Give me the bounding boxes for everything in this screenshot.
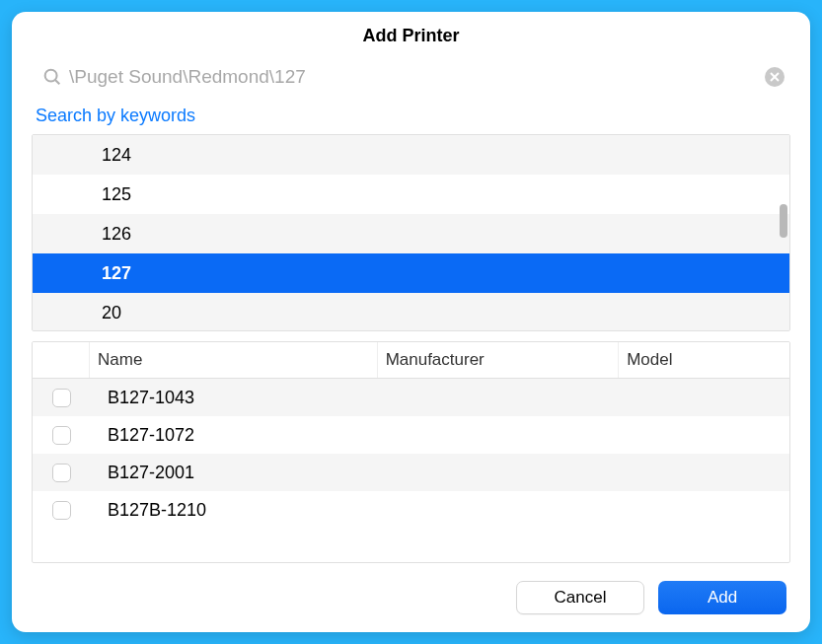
row-checkbox[interactable] [52,501,71,520]
search-input[interactable] [36,60,786,94]
location-item[interactable]: 125 [33,175,789,214]
search-by-keywords-link[interactable]: Search by keywords [12,102,810,134]
cancel-button[interactable]: Cancel [516,581,644,614]
add-printer-dialog: Add Printer Search by keywords 124 125 1… [12,12,810,632]
printer-name: B127-2001 [90,463,390,483]
location-list: 124 125 126 127 20 [32,134,790,331]
table-row[interactable]: B127-1072 [33,416,789,454]
table-header: Name Manufacturer Model [33,342,789,379]
row-checkbox[interactable] [52,389,71,407]
printer-table: Name Manufacturer Model B127-1043 B127-1… [32,341,790,563]
dialog-title: Add Printer [12,26,810,60]
column-manufacturer[interactable]: Manufacturer [378,342,620,378]
scrollbar-thumb[interactable] [780,204,787,238]
add-button[interactable]: Add [658,581,786,614]
column-model[interactable]: Model [619,342,789,378]
table-row[interactable]: B127-2001 [33,454,789,491]
location-item[interactable]: 124 [33,135,789,175]
row-checkbox[interactable] [52,464,71,482]
column-name[interactable]: Name [90,342,378,378]
printer-name: B127B-1210 [90,500,390,521]
clear-search-icon[interactable] [765,67,785,87]
printer-name: B127-1043 [90,388,390,408]
button-row: Cancel Add [12,563,810,614]
location-item[interactable]: 126 [33,214,789,253]
row-checkbox[interactable] [52,426,71,445]
location-item-selected[interactable]: 127 [33,253,789,293]
location-item[interactable]: 20 [33,293,789,331]
column-checkbox [33,342,90,378]
table-row[interactable]: B127-1043 [33,379,789,416]
search-container [36,60,786,94]
table-row[interactable]: B127B-1210 [33,491,789,529]
printer-name: B127-1072 [90,425,390,446]
